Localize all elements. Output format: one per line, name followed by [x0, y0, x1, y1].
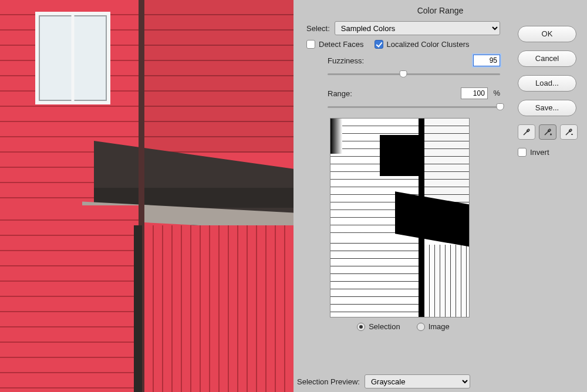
detect-faces-label: Detect Faces	[319, 40, 364, 49]
photo-siding-upper-right	[144, 0, 294, 153]
selection-preview-dropdown[interactable]: Grayscale	[365, 374, 470, 388]
range-label: Range:	[328, 89, 352, 98]
ok-button[interactable]: OK	[518, 26, 576, 42]
preview-mode-image[interactable]: Image	[417, 322, 450, 331]
localized-clusters-label: Localized Color Clusters	[387, 40, 470, 49]
save-button[interactable]: Save...	[518, 100, 576, 116]
eyedropper-icon[interactable]	[518, 124, 535, 140]
fuzziness-label: Fuzziness:	[328, 56, 364, 65]
dialog-button-column: OK Cancel Load... Save... Invert	[518, 26, 578, 157]
preview-mode-selection-radio[interactable]	[357, 323, 365, 331]
invert-label: Invert	[530, 148, 549, 157]
select-label: Select:	[306, 24, 330, 33]
preview-mode-image-label: Image	[429, 322, 450, 331]
slider-track	[328, 106, 500, 108]
select-dropdown[interactable]: Sampled Colors	[335, 21, 500, 35]
localized-clusters-checkbox[interactable]: Localized Color Clusters	[375, 40, 470, 49]
slider-thumb[interactable]	[497, 103, 504, 110]
photo-window	[35, 12, 110, 104]
load-button[interactable]: Load...	[518, 75, 576, 92]
localized-clusters-input[interactable]	[375, 40, 383, 49]
cancel-button[interactable]: Cancel	[518, 50, 576, 67]
selection-preview-thumbnail	[330, 118, 470, 317]
slider-track	[328, 73, 500, 75]
eyedropper-add-icon[interactable]	[539, 124, 556, 140]
photo-lower-right	[144, 225, 294, 392]
range-slider[interactable]	[328, 102, 500, 112]
dialog-title: Color Range	[294, 0, 587, 20]
preview-mode-image-radio[interactable]	[417, 323, 425, 331]
slider-thumb[interactable]	[400, 70, 407, 77]
fuzziness-slider[interactable]	[328, 69, 500, 79]
range-unit: %	[493, 89, 500, 97]
detect-faces-input[interactable]	[306, 40, 315, 49]
range-input[interactable]	[461, 87, 488, 99]
invert-checkbox[interactable]: Invert	[518, 148, 578, 157]
color-range-dialog: Color Range Select: Sampled Colors Detec…	[294, 0, 587, 392]
preview-mode-selection[interactable]: Selection	[357, 322, 400, 331]
photo-vertical-slats	[144, 225, 294, 392]
photo-downspout	[134, 225, 142, 392]
dialog-content: Select: Sampled Colors Detect Faces Loca…	[306, 21, 500, 386]
eyedropper-subtract-icon[interactable]	[560, 124, 578, 140]
preview-mode-selection-label: Selection	[369, 322, 400, 331]
detect-faces-checkbox[interactable]: Detect Faces	[306, 40, 364, 49]
fuzziness-input[interactable]	[473, 55, 500, 66]
canvas-image	[0, 0, 294, 392]
selection-preview-label: Selection Preview:	[297, 377, 360, 386]
photo-lower-left	[0, 205, 141, 392]
invert-input[interactable]	[518, 148, 527, 157]
